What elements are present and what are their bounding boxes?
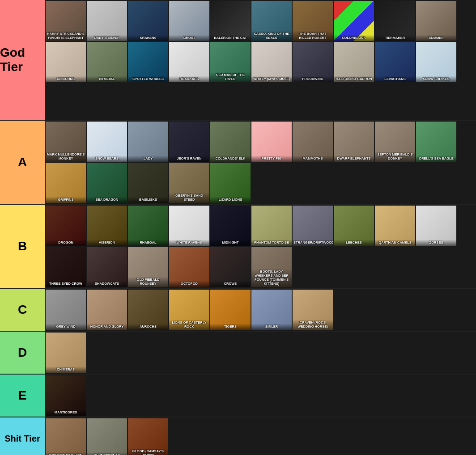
item-label: Ghost [169,35,209,41]
list-item[interactable]: Spotted Whales [128,42,168,82]
list-item[interactable]: Three Eyed Crow [46,247,86,287]
list-item[interactable]: Hrakkars [169,42,209,82]
item-label: Boots, Lady Whiskers and Ser Pounce (Tom… [251,269,292,287]
list-item[interactable]: Lady [128,122,168,162]
list-item[interactable]: Drogo's Stallion [46,418,86,455]
list-item[interactable]: Coldhands' Elk [210,122,251,162]
list-item[interactable]: Drogon [46,206,86,246]
item-label: Qarthian Camels [375,240,415,246]
list-item[interactable]: Whitey (Mya's Mule) [251,42,292,82]
list-item[interactable]: White Ravens [169,206,209,246]
item-label: Old Piebald Rounsey [128,277,168,287]
list-item[interactable]: Jeor's Raven [169,122,209,162]
item-label: Midnight [210,240,251,246]
list-item[interactable]: Septon Meribald's Donkey [375,122,415,162]
list-item[interactable]: Rhaegal [128,206,168,246]
item-label: Harry Strickland's Favorite Elephant [46,31,86,41]
list-item[interactable]: Sea Dragon [87,163,127,203]
item-label: Snow Shrikes [416,76,456,82]
list-item[interactable]: Oberyn's Sand Steed [169,163,209,203]
tier-items-god: Harry Strickland's Favorite ElephantDany… [45,0,476,120]
list-item[interactable]: Leeches [334,206,374,246]
list-item[interactable]: Phantom Tortoise [251,206,292,246]
item-label: Stranger/Driftwood [293,240,333,246]
list-item[interactable]: Viserion [87,206,127,246]
list-item[interactable]: Leviathans [375,42,415,82]
list-item[interactable]: The Boar That Killed Robert [293,1,333,41]
tier-items-b: DrogonViserionRhaegalWhite RavensMidnigh… [45,205,476,288]
list-item[interactable]: Grey Wind [46,290,86,330]
list-item[interactable]: Mark Mullendore's Monkey [46,122,86,162]
item-label: Mark Mullendore's Monkey [46,152,86,162]
list-item[interactable]: Manticores [46,375,86,416]
item-label: Drogon [46,240,86,246]
item-label: Leeches [334,240,374,246]
list-item[interactable]: Pretty Pig [251,122,292,162]
list-item[interactable]: Crows [210,247,251,287]
list-item[interactable]: Aurochs [128,290,168,330]
list-item[interactable]: Snow Shrikes [416,42,456,82]
list-item[interactable]: Lions of Casterly Rock [169,290,209,330]
list-item[interactable]: Blood (Ramsay's Horse) [128,418,168,455]
item-label: Nymeria [87,76,127,82]
list-item[interactable]: Balerion the Cat [210,1,251,41]
item-label: Griffins [46,197,86,203]
list-item[interactable]: Colorblock [334,1,374,41]
item-label: Manticores [46,409,86,416]
list-item[interactable]: Old Piebald Rounsey [128,247,168,287]
list-item[interactable]: Mammoths [293,122,333,162]
item-label: Rhaegal [128,240,168,246]
list-item[interactable]: Unicorns [46,42,86,82]
list-item[interactable]: Nymeria [87,42,127,82]
list-item[interactable]: Dany's Silver [87,1,127,41]
list-item[interactable]: Tiermaker [375,1,415,41]
list-item[interactable]: Smiler [251,290,292,330]
list-item[interactable]: Proudwing [293,42,333,82]
item-label: Whitey (Mya's Mule) [251,76,292,82]
list-item[interactable]: Shadowcats [87,247,127,287]
item-label: Unicorns [46,76,86,82]
list-item[interactable]: Stranger/Driftwood [293,206,333,246]
item-label: Oberyn's Sand Steed [169,193,209,203]
list-item[interactable]: Zorses [416,206,456,246]
list-item[interactable]: Dwarf Elephants [334,122,374,162]
item-label: Mammoths [293,156,333,162]
item-label: Lady [128,156,168,162]
list-item[interactable]: Summer [416,1,456,41]
list-item[interactable]: Honor and Glory [87,290,127,330]
list-item[interactable]: Griffins [46,163,86,203]
item-label: Orell's Sea Eagle [416,156,456,162]
item-label: Lions of Casterly Rock [169,320,209,330]
item-label: Balerion the Cat [210,35,251,41]
list-item[interactable]: Tigers [210,290,251,330]
item-label: Colorblock [334,35,374,41]
list-item[interactable]: Thunderclap [87,418,127,455]
item-label: Coldhands' Elk [210,156,251,162]
list-item[interactable]: Boots, Lady Whiskers and Ser Pounce (Tom… [251,247,292,287]
list-item[interactable]: Chimeras [46,333,86,373]
tier-label-c: C [0,289,45,331]
list-item[interactable]: Ghost [169,1,209,41]
tier-label-d: D [0,332,45,374]
list-item[interactable]: Harry Strickland's Favorite Elephant [46,1,86,41]
list-item[interactable]: Craven (Roz's Wedding Horse) [293,290,333,330]
list-item[interactable]: Qarthian Camels [375,206,415,246]
item-label: Summer [416,35,456,41]
tier-list: God TierHarry Strickland's Favorite Elep… [0,0,476,455]
list-item[interactable]: Midnight [210,206,251,246]
list-item[interactable]: Lizard Lions [210,163,251,203]
list-item[interactable]: Krakens [128,1,168,41]
list-item[interactable]: Half-Blind Garron [334,42,374,82]
item-label: Pretty Pig [251,156,292,162]
list-item[interactable]: Octopod [169,247,209,287]
list-item[interactable]: Snow Bears [87,122,127,162]
list-item[interactable]: Orell's Sea Eagle [416,122,456,162]
list-item[interactable]: Basilisks [128,163,168,203]
list-item[interactable]: Old Man of the River [210,42,251,82]
tier-row-e: EManticores [0,375,476,417]
item-label: White Ravens [169,240,209,246]
list-item[interactable]: Casso, King of the Seals [251,1,292,41]
item-label: Tigers [210,324,251,330]
item-label: Crows [210,281,251,287]
item-label: Half-Blind Garron [334,76,374,82]
